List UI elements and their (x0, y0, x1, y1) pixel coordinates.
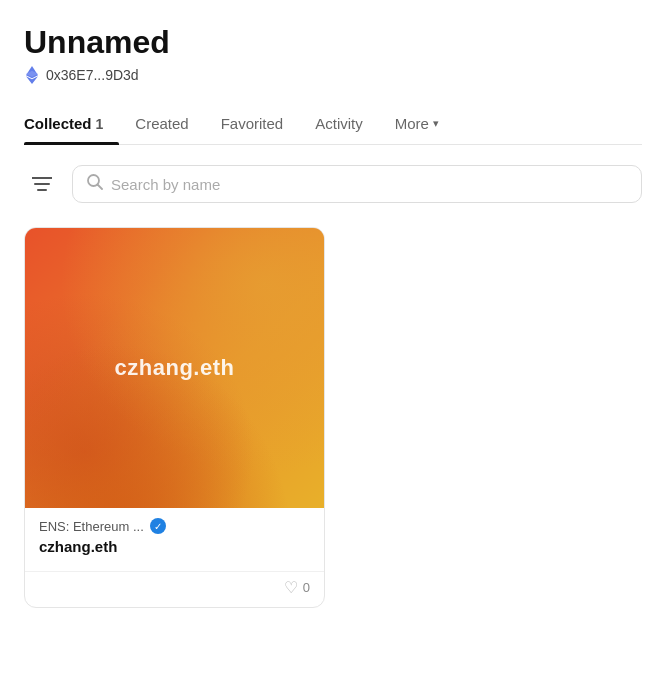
nft-card[interactable]: czhang.eth ENS: Ethereum ... ✓ czhang.et… (24, 227, 325, 608)
chevron-down-icon: ▾ (433, 117, 439, 130)
tabs-container: Collected1 Created Favorited Activity Mo… (24, 103, 642, 145)
profile-header: Unnamed 0x36E7...9D3d (24, 24, 642, 83)
nft-card-footer: ♡ 0 (25, 571, 324, 607)
search-input[interactable] (111, 176, 627, 193)
search-wrapper (72, 165, 642, 203)
search-icon (87, 174, 103, 194)
nft-collection-name: ENS: Ethereum ... (39, 519, 144, 534)
nft-name: czhang.eth (39, 538, 310, 555)
nft-collection-row: ENS: Ethereum ... ✓ (39, 518, 310, 534)
profile-name: Unnamed (24, 24, 642, 61)
tab-created[interactable]: Created (119, 103, 204, 144)
heart-icon: ♡ (284, 578, 298, 597)
like-button[interactable]: ♡ 0 (284, 578, 310, 597)
wallet-address-text: 0x36E7...9D3d (46, 67, 139, 83)
filter-button[interactable] (24, 166, 60, 202)
nft-image-text: czhang.eth (25, 228, 324, 508)
search-bar-row (24, 165, 642, 203)
cards-grid: czhang.eth ENS: Ethereum ... ✓ czhang.et… (24, 227, 642, 608)
tab-activity[interactable]: Activity (299, 103, 379, 144)
nft-card-body: ENS: Ethereum ... ✓ czhang.eth (25, 508, 324, 565)
eth-icon (24, 67, 40, 83)
nft-image: czhang.eth (25, 228, 324, 508)
wallet-address: 0x36E7...9D3d (24, 67, 642, 83)
tab-more[interactable]: More ▾ (379, 103, 455, 144)
verified-badge: ✓ (150, 518, 166, 534)
tab-collected[interactable]: Collected1 (24, 103, 119, 144)
like-count: 0 (303, 580, 310, 595)
tab-favorited[interactable]: Favorited (205, 103, 300, 144)
svg-line-4 (98, 185, 103, 190)
